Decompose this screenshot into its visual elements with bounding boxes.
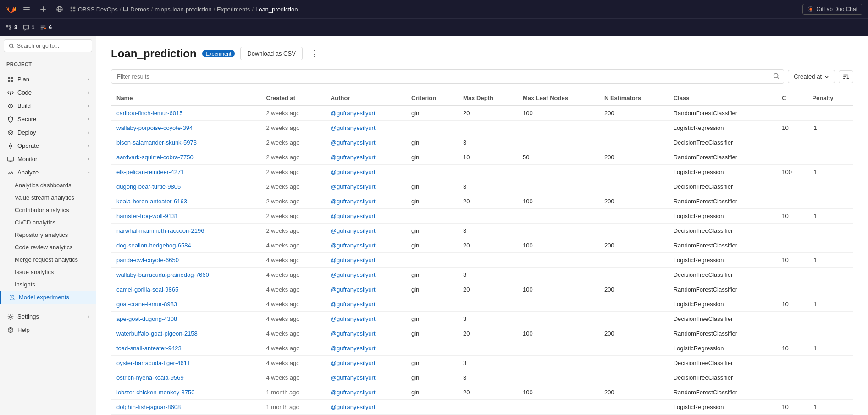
author-link[interactable]: @gufranyesilyurt — [331, 257, 376, 264]
experiment-link[interactable]: ape-goat-dugong-4308 — [116, 315, 177, 322]
download-csv-button[interactable]: Download as CSV — [240, 47, 303, 60]
sidebar-sub-cicd[interactable]: CI/CD analytics — [0, 216, 96, 229]
author-link[interactable]: @gufranyesilyurt — [331, 359, 376, 366]
experiment-link[interactable]: toad-snail-anteater-9423 — [116, 345, 182, 352]
experiment-link[interactable]: oyster-barracuda-tiger-4611 — [116, 359, 190, 366]
cell-name: wallaby-porpoise-coyote-394 — [111, 121, 260, 135]
cell-max-leaf-nodes — [517, 297, 599, 312]
experiment-link[interactable]: wallaby-porpoise-coyote-394 — [116, 124, 193, 131]
cell-author: @gufranyesilyurt — [325, 297, 406, 312]
breadcrumb-obss[interactable]: OBSS DevOps — [78, 6, 118, 13]
author-link[interactable]: @gufranyesilyurt — [331, 227, 376, 234]
sidebar-item-secure[interactable]: Secure › — [0, 112, 96, 126]
cell-class: DecisionTreeClassifier — [668, 356, 776, 370]
sidebar-sub-repository[interactable]: Repository analytics — [0, 229, 96, 241]
sidebar-item-settings[interactable]: Settings › — [0, 310, 96, 323]
experiment-link[interactable]: caribou-finch-lemur-6015 — [116, 110, 183, 117]
author-link[interactable]: @gufranyesilyurt — [331, 286, 376, 293]
breadcrumb-experiments[interactable]: Experiments — [217, 6, 250, 13]
breadcrumb-mlops[interactable]: mlops-loan-prediction — [155, 6, 211, 13]
cell-n-estimators: 200 — [599, 194, 668, 209]
experiment-link[interactable]: dugong-bear-turtle-9805 — [116, 183, 181, 190]
sidebar-item-deploy[interactable]: Deploy › — [0, 126, 96, 139]
sidebar-toggle-button[interactable] — [20, 3, 33, 16]
cell-c — [776, 282, 807, 297]
experiment-link[interactable]: aardvark-squirrel-cobra-7750 — [116, 154, 194, 161]
new-item-button[interactable] — [37, 3, 50, 16]
author-link[interactable]: @gufranyesilyurt — [331, 213, 376, 219]
sidebar-item-monitor[interactable]: Monitor › — [0, 152, 96, 166]
author-link[interactable]: @gufranyesilyurt — [331, 271, 376, 278]
namespace-icon — [70, 6, 76, 12]
experiment-link[interactable]: elk-pelican-reindeer-4271 — [116, 168, 184, 175]
search-or-goto-button[interactable]: Search or go to... — [4, 39, 92, 52]
experiment-link[interactable]: wallaby-barracuda-prairiedog-7660 — [116, 271, 209, 278]
experiment-link[interactable]: bison-salamander-skunk-5973 — [116, 139, 197, 146]
sidebar-sub-value-stream[interactable]: Value stream analytics — [0, 191, 96, 204]
experiment-link[interactable]: panda-owl-coyote-6650 — [116, 257, 179, 264]
author-link[interactable]: @gufranyesilyurt — [331, 168, 376, 175]
author-link[interactable]: @gufranyesilyurt — [331, 110, 376, 117]
sidebar-item-operate[interactable]: Operate › — [0, 139, 96, 152]
table-row: narwhal-mammoth-raccoon-2196 2 weeks ago… — [111, 224, 853, 238]
author-link[interactable]: @gufranyesilyurt — [331, 315, 376, 322]
experiment-link[interactable]: narwhal-mammoth-raccoon-2196 — [116, 227, 204, 234]
sidebar-search-area: Search or go to... — [0, 36, 96, 56]
sidebar-item-help[interactable]: Help — [0, 323, 96, 336]
experiment-link[interactable]: goat-crane-lemur-8983 — [116, 301, 177, 308]
experiment-link[interactable]: lobster-chicken-monkey-3750 — [116, 389, 195, 396]
svg-point-24 — [10, 315, 11, 317]
author-link[interactable]: @gufranyesilyurt — [331, 124, 376, 131]
author-link[interactable]: @gufranyesilyurt — [331, 404, 376, 410]
author-link[interactable]: @gufranyesilyurt — [331, 345, 376, 352]
sidebar-item-build[interactable]: Build › — [0, 99, 96, 112]
duo-chat-button[interactable]: GitLab Duo Chat — [802, 4, 862, 15]
globe-icon-button[interactable] — [53, 3, 66, 16]
sidebar-item-model-experiments[interactable]: Model experiments — [0, 291, 96, 304]
sidebar-sub-insights[interactable]: Insights — [0, 278, 96, 291]
sidebar: Search or go to... Project Plan › Code — [0, 36, 96, 415]
svg-rect-10 — [124, 7, 128, 11]
nav-section: Plan › Code › Build › — [0, 71, 96, 306]
col-class: Class — [668, 91, 776, 106]
filter-input[interactable] — [111, 69, 784, 84]
author-link[interactable]: @gufranyesilyurt — [331, 330, 376, 337]
plan-icon — [7, 76, 14, 83]
sidebar-item-analyze[interactable]: Analyze › — [0, 166, 96, 179]
experiment-link[interactable]: waterbuffalo-goat-pigeon-2158 — [116, 330, 198, 337]
merge-requests-notif[interactable]: 3 — [6, 24, 17, 31]
sidebar-sub-merge-request[interactable]: Merge request analytics — [0, 253, 96, 266]
sidebar-item-code[interactable]: Code › — [0, 86, 96, 99]
author-link[interactable]: @gufranyesilyurt — [331, 154, 376, 161]
filter-input-wrap — [111, 69, 784, 84]
author-link[interactable]: @gufranyesilyurt — [331, 374, 376, 381]
author-link[interactable]: @gufranyesilyurt — [331, 183, 376, 190]
author-link[interactable]: @gufranyesilyurt — [331, 139, 376, 146]
experiment-link[interactable]: dog-sealion-hedgehog-6584 — [116, 242, 191, 249]
more-options-button[interactable]: ⋮ — [308, 47, 321, 60]
col-created-at: Created at — [260, 91, 325, 106]
cell-author: @gufranyesilyurt — [325, 209, 406, 224]
cell-name: dog-sealion-hedgehog-6584 — [111, 238, 260, 253]
sidebar-sub-contributor[interactable]: Contributor analytics — [0, 204, 96, 216]
author-link[interactable]: @gufranyesilyurt — [331, 389, 376, 396]
cell-n-estimators: 200 — [599, 282, 668, 297]
sidebar-sub-analytics-dashboards[interactable]: Analytics dashboards — [0, 179, 96, 191]
sort-button[interactable]: Created at — [788, 70, 835, 83]
experiment-link[interactable]: hamster-frog-wolf-9131 — [116, 213, 178, 219]
experiment-link[interactable]: ostrich-hyena-koala-9569 — [116, 374, 184, 381]
sidebar-sub-code-review[interactable]: Code review analytics — [0, 241, 96, 253]
sort-order-button[interactable] — [839, 70, 853, 83]
experiment-link[interactable]: koala-heron-anteater-6163 — [116, 198, 187, 205]
sidebar-sub-issue[interactable]: Issue analytics — [0, 266, 96, 278]
breadcrumb-demos[interactable]: Demos — [130, 6, 149, 13]
cell-class: RandomForestClassifier — [668, 385, 776, 400]
experiment-link[interactable]: camel-gorilla-seal-9865 — [116, 286, 178, 293]
experiment-link[interactable]: dolphin-fish-jaguar-8608 — [116, 404, 181, 410]
author-link[interactable]: @gufranyesilyurt — [331, 301, 376, 308]
author-link[interactable]: @gufranyesilyurt — [331, 198, 376, 205]
sidebar-item-plan[interactable]: Plan › — [0, 73, 96, 86]
todos-notif[interactable]: 6 — [40, 24, 52, 31]
author-link[interactable]: @gufranyesilyurt — [331, 242, 376, 249]
reviews-notif[interactable]: 1 — [23, 24, 35, 31]
